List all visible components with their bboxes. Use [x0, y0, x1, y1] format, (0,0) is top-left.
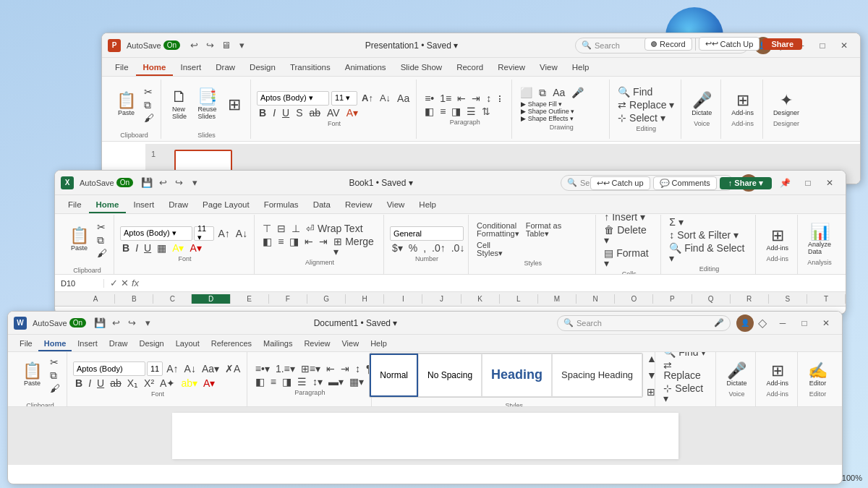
excel-formula-cancel-icon[interactable]: ✕	[121, 278, 129, 288]
ppt-catchup-button[interactable]: ↩↩ Catch Up	[699, 37, 760, 51]
excel-col-P[interactable]: P	[653, 294, 692, 304]
word-line-spacing-icon[interactable]: ↕▾	[310, 376, 325, 388]
word-editor-btn[interactable]: ✍ Editor	[804, 361, 832, 389]
excel-increase-decimal-icon[interactable]: .0↑	[430, 242, 448, 254]
ppt-spacing-icon[interactable]: AV	[325, 107, 342, 119]
ppt-align-center-icon[interactable]: ≡	[438, 106, 448, 117]
word-borders-icon[interactable]: ▦▾	[347, 376, 366, 388]
ppt-designer-btn[interactable]: ✦ Designer	[769, 90, 804, 119]
excel-paste-btn[interactable]: 📋 Paste	[65, 226, 93, 254]
excel-col-O[interactable]: O	[615, 294, 653, 304]
ppt-tab-file[interactable]: File	[108, 61, 136, 76]
excel-tab-insert[interactable]: Insert	[126, 199, 161, 213]
ppt-align-left-icon[interactable]: ◧	[422, 106, 436, 117]
word-superscript-icon[interactable]: X²	[142, 377, 156, 389]
ppt-replace-icon[interactable]: ⇄ Replace ▾	[616, 99, 676, 111]
ppt-font-color-icon[interactable]: A▾	[344, 107, 360, 119]
excel-catchup-button[interactable]: ↩↩ Catch up	[590, 176, 650, 190]
ppt-shadow-icon[interactable]: S	[294, 107, 305, 119]
ppt-font-selector[interactable]: Aptos (Body) ▾	[257, 91, 329, 106]
excel-cell-ref[interactable]: D10	[61, 279, 104, 288]
excel-increase-indent-icon[interactable]: ⇥	[317, 236, 330, 257]
word-maximize-btn[interactable]: □	[794, 314, 814, 332]
excel-decrease-indent-icon[interactable]: ⇤	[302, 236, 315, 257]
excel-col-N[interactable]: N	[576, 294, 615, 304]
excel-tab-draw[interactable]: Draw	[161, 199, 195, 213]
excel-col-I[interactable]: I	[384, 294, 422, 304]
word-tab-layout[interactable]: Layout	[170, 338, 205, 351]
excel-decrease-decimal-icon[interactable]: .0↓	[449, 242, 467, 254]
excel-top-align-icon[interactable]: ⊤	[260, 223, 273, 234]
excel-autosave-toggle[interactable]: On	[116, 178, 133, 187]
excel-merge-icon[interactable]: ⊞ Merge ▾	[331, 236, 379, 257]
excel-delete-icon[interactable]: 🗑 Delete ▾	[602, 224, 656, 246]
excel-col-K[interactable]: K	[461, 294, 500, 304]
ppt-dictate-icon[interactable]: 🎤	[569, 87, 586, 98]
ppt-newslide-btn[interactable]: 🗋 NewSlide	[167, 87, 192, 122]
word-align-left-icon[interactable]: ◧	[253, 376, 267, 388]
ppt-underline-icon[interactable]: U	[280, 107, 292, 119]
excel-tab-view[interactable]: View	[380, 199, 412, 213]
word-text-effects-icon[interactable]: A✦	[158, 377, 177, 389]
ppt-share-button[interactable]: Share	[762, 38, 802, 50]
ppt-change-case-icon[interactable]: Aa	[395, 93, 412, 104]
ppt-size-selector[interactable]: 11 ▾	[331, 91, 357, 106]
ppt-monitor-icon[interactable]: 🖥	[219, 39, 232, 52]
excel-align-left-icon[interactable]: ◧	[260, 236, 274, 257]
excel-tab-pagelayout[interactable]: Page Layout	[195, 199, 257, 213]
ppt-close-btn[interactable]: ✕	[834, 37, 854, 54]
ppt-cut-icon[interactable]: ✂	[142, 86, 156, 98]
excel-format-painter-icon[interactable]: 🖌	[95, 247, 109, 259]
word-justify-icon[interactable]: ☰	[295, 376, 309, 388]
ppt-more-icon[interactable]: ▾	[235, 39, 248, 52]
word-sort-icon[interactable]: ↕	[353, 363, 362, 374]
excel-format-icon[interactable]: ▤ Format ▾	[602, 247, 656, 269]
ppt-record-button[interactable]: Record	[644, 38, 692, 51]
ppt-tab-review[interactable]: Review	[490, 61, 532, 76]
excel-bottom-align-icon[interactable]: ⊥	[289, 223, 302, 234]
word-document-page[interactable]	[172, 413, 678, 459]
ppt-copy-icon[interactable]: ⧉	[142, 99, 156, 111]
excel-more-icon[interactable]: ▾	[188, 176, 201, 189]
word-tab-design[interactable]: Design	[133, 338, 169, 351]
word-document-area[interactable]	[8, 407, 842, 465]
excel-comma-icon[interactable]: ,	[421, 242, 428, 254]
excel-align-center-icon[interactable]: ≡	[276, 236, 286, 257]
word-style-no-spacing[interactable]: No Spacing	[418, 354, 482, 397]
excel-col-Q[interactable]: Q	[692, 294, 731, 304]
word-dropdown-icon[interactable]: ▾	[393, 318, 397, 328]
ppt-layout-btn[interactable]: ⊞	[223, 95, 246, 115]
word-find-icon[interactable]: 🔍 Find ▾	[661, 352, 711, 358]
excel-col-D[interactable]: D	[192, 294, 230, 304]
excel-comments-button[interactable]: 💬 Comments	[653, 176, 717, 190]
word-tab-home[interactable]: Home	[38, 338, 72, 351]
ppt-align-right-icon[interactable]: ◨	[449, 106, 463, 117]
word-decrease-font-icon[interactable]: A↓	[182, 363, 198, 374]
word-redo-icon[interactable]: ↪	[125, 317, 138, 330]
excel-increase-font-icon[interactable]: A↑	[216, 228, 231, 239]
excel-percent-icon[interactable]: %	[407, 242, 420, 254]
ppt-reuseslide-btn[interactable]: 📑 ReuseSlides	[193, 87, 221, 122]
excel-cell-styles-icon[interactable]: CellStyles▾	[475, 241, 505, 258]
excel-col-C[interactable]: C	[153, 294, 192, 304]
word-increase-font-icon[interactable]: A↑	[164, 363, 180, 374]
ppt-decrease-indent-icon[interactable]: ⇤	[455, 93, 468, 104]
ppt-tab-design[interactable]: Design	[242, 61, 283, 76]
excel-align-right-icon[interactable]: ◨	[287, 236, 301, 257]
ppt-dropdown-icon[interactable]: ▾	[454, 40, 458, 51]
excel-tab-help[interactable]: Help	[412, 199, 443, 213]
word-autosave-toggle[interactable]: On	[69, 318, 86, 328]
word-tab-references[interactable]: References	[205, 338, 258, 351]
ppt-text-direction-icon[interactable]: ⇅	[480, 106, 493, 117]
word-copy-icon[interactable]: ⧉	[48, 369, 62, 381]
excel-col-A[interactable]: A	[77, 294, 115, 304]
word-more-icon[interactable]: ▾	[141, 317, 154, 330]
word-italic-icon[interactable]: I	[86, 377, 93, 389]
excel-wrap-text-icon[interactable]: ⏎ Wrap Text	[304, 223, 365, 234]
excel-col-H[interactable]: H	[346, 294, 384, 304]
excel-tab-formulas[interactable]: Formulas	[257, 199, 306, 213]
word-bold-icon[interactable]: B	[73, 377, 85, 389]
ppt-italic-icon[interactable]: I	[271, 107, 278, 119]
ppt-dictate-btn[interactable]: 🎤 Dictate	[687, 90, 716, 119]
word-avatar[interactable]: 👤	[736, 314, 754, 332]
